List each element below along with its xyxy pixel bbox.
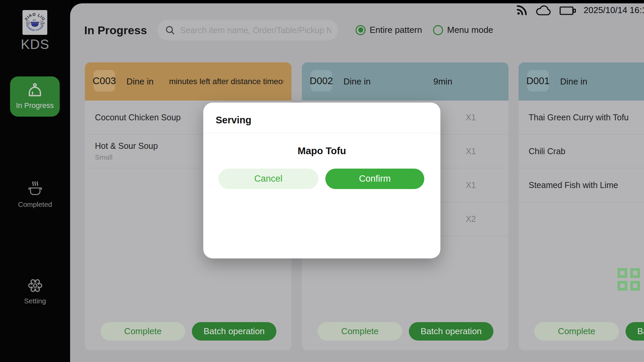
dialog-title: Serving [216, 115, 251, 126]
cloche-icon [26, 82, 44, 99]
status-bar: 2025/10/14 16:18 [513, 0, 644, 20]
gear-icon [27, 278, 43, 294]
complete-button[interactable]: Complete [318, 322, 402, 341]
logo-est: EST. [26, 22, 31, 24]
complete-button[interactable]: Complete [101, 322, 185, 341]
page-title: In Progress [84, 24, 147, 37]
logo-year: 1991 [40, 22, 45, 24]
order-number-badge: D002 [311, 70, 332, 92]
order-card-d001: D001 Dine in Thai Green Curry with Tofu … [519, 62, 644, 350]
confirm-button[interactable]: Confirm [325, 169, 424, 189]
search-input[interactable] [180, 25, 331, 35]
order-card-header: D002 Dine in 9min [302, 62, 508, 101]
grid-square [630, 268, 640, 278]
sidebar-item-label: In Progress [10, 101, 60, 110]
sidebar-item-label: Setting [0, 297, 70, 305]
item-name: Steamed Fish with Lime [529, 180, 644, 190]
item-qty: X1 [466, 113, 508, 122]
sidebar-item-in-progress[interactable]: In Progress [10, 76, 60, 117]
grid-square [630, 281, 640, 291]
search-icon [165, 25, 175, 36]
app-brand: KDS [0, 37, 70, 52]
order-card-header: D001 Dine in [519, 62, 644, 101]
order-type-label: Dine in [343, 62, 371, 101]
restaurant-logo: XIAO LIU EST. 1991 CHINESE CUISINE [22, 10, 47, 35]
grid-square [618, 268, 627, 278]
serving-dialog: Serving Mapo Tofu Cancel Confirm [203, 103, 440, 258]
order-number-badge: D001 [527, 70, 549, 92]
order-item-row[interactable]: Thai Green Curry with Tofu [519, 101, 644, 134]
cancel-button[interactable]: Cancel [218, 169, 318, 189]
sidebar: XIAO LIU EST. 1991 CHINESE CUISINE KDS [0, 0, 70, 362]
batch-operation-button[interactable]: Batch operation [409, 322, 493, 341]
order-timer-text: minutes left after distance timeout [169, 62, 283, 101]
item-qty: X1 [466, 180, 508, 190]
mode-option-label: Entire pattern [370, 25, 422, 35]
sidebar-item-label: Completed [0, 200, 70, 208]
dialog-item-name: Mapo Tofu [203, 145, 440, 157]
signal-icon [516, 4, 528, 16]
datetime: 2025/10/14 16:18 [584, 5, 644, 15]
radio-selected-icon[interactable] [356, 25, 366, 35]
order-item-row[interactable]: Chili Crab [519, 134, 644, 168]
order-type-label: Dine in [126, 62, 154, 101]
dialog-divider [203, 133, 440, 133]
grid-square [618, 281, 627, 291]
order-card-header: C003 Dine in minutes left after distance… [85, 62, 291, 101]
item-qty: X1 [466, 146, 508, 156]
batch-operation-button[interactable]: Batch operation [192, 322, 276, 341]
battery-icon [559, 6, 576, 15]
kds-screen: XIAO LIU EST. 1991 CHINESE CUISINE KDS [0, 0, 644, 362]
order-number-badge: C003 [94, 70, 115, 92]
radio-unselected-icon[interactable] [433, 25, 443, 35]
pot-steam-icon [27, 180, 44, 197]
item-qty: X2 [466, 214, 508, 224]
mode-option-entire-pattern[interactable]: Entire pattern [356, 25, 422, 35]
batch-operation-button[interactable]: Batch operation [626, 322, 644, 341]
order-type-label: Dine in [560, 62, 587, 101]
sidebar-item-setting[interactable]: Setting [0, 278, 70, 305]
search-bar [157, 20, 338, 41]
grid-view-icon[interactable] [618, 268, 640, 291]
xiao-liu-logo-icon: XIAO LIU EST. 1991 CHINESE CUISINE [22, 10, 47, 35]
mode-option-menu-mode[interactable]: Menu mode [433, 25, 493, 35]
sidebar-item-completed[interactable]: Completed [0, 180, 70, 208]
item-name: Chili Crab [529, 146, 644, 156]
complete-button[interactable]: Complete [534, 322, 619, 341]
cloud-icon [535, 5, 551, 16]
item-name: Thai Green Curry with Tofu [529, 113, 644, 122]
order-timer-text: 9min [433, 62, 452, 101]
order-item-row[interactable]: Steamed Fish with Lime [519, 168, 644, 202]
mode-option-label: Menu mode [447, 25, 493, 35]
